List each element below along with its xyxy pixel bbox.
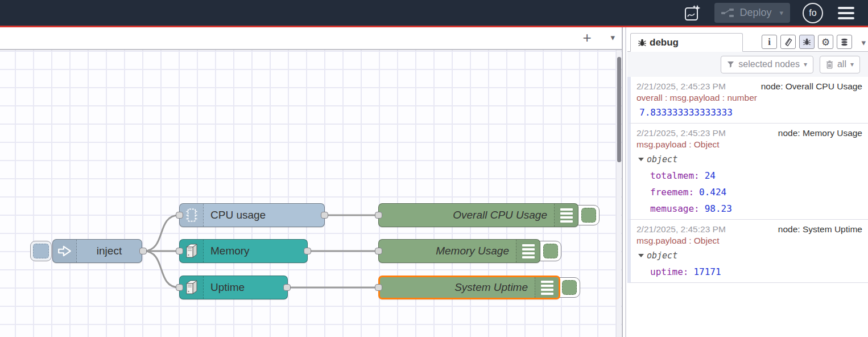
sidebar-divider[interactable]: [622, 27, 623, 337]
node-label: Uptime: [204, 281, 287, 294]
property-value: 17171: [693, 266, 721, 277]
trash-icon: [826, 60, 833, 69]
deploy-icon: [721, 9, 734, 18]
debug-message[interactable]: 2/21/2025, 2:45:23 PM node: Memory Usage…: [627, 124, 868, 220]
bug-icon: [638, 38, 647, 47]
debug-filter-label: selected nodes: [738, 59, 800, 69]
node-cpu-usage[interactable]: CPU usage: [179, 203, 325, 227]
debug-message[interactable]: 2/21/2025, 2:45:23 PM node: System Uptim…: [627, 220, 868, 283]
port-cpu-out[interactable]: [321, 212, 328, 219]
property-value: 0.424: [699, 187, 726, 198]
port-inject-out[interactable]: [139, 248, 147, 254]
port-debug-cpu-in[interactable]: [375, 212, 382, 219]
object-property: freemem:0.424: [650, 187, 862, 198]
debug-clear-button[interactable]: all ▾: [820, 56, 860, 73]
tab-info-button[interactable]: i: [762, 35, 777, 49]
tab-context-button[interactable]: [837, 35, 852, 49]
node-label: System Uptime: [380, 281, 535, 294]
message-timestamp: 2/21/2025, 2:45:23 PM: [636, 128, 726, 138]
tab-debug[interactable]: debug: [630, 33, 743, 52]
port-debug-memory-in[interactable]: [375, 248, 382, 254]
port-memory-out[interactable]: [304, 248, 311, 254]
canvas-scrollbar-track[interactable]: [616, 50, 621, 337]
clear-caret-icon: ▾: [850, 60, 854, 68]
inject-trigger-button[interactable]: [30, 241, 52, 261]
message-property-path: msg.payload : Object: [636, 235, 862, 246]
user-avatar[interactable]: fo: [803, 3, 823, 23]
object-property: uptime:17171: [650, 266, 862, 277]
debug-message-list[interactable]: 2/21/2025, 2:45:23 PM node: Overall CPU …: [627, 77, 868, 337]
node-label: Overall CPU Usage: [379, 209, 554, 221]
property-value: 24: [705, 170, 716, 181]
debug-filter-button[interactable]: selected nodes ▾: [721, 56, 813, 73]
node-memory[interactable]: Memory: [179, 239, 308, 263]
app-header: Deploy ▾ fo: [0, 0, 868, 27]
port-debug-uptime-in[interactable]: [375, 284, 382, 291]
server-tower-icon: [180, 240, 204, 262]
inject-arrow-icon: [53, 240, 77, 262]
message-property-path: msg.payload : Object: [636, 139, 862, 150]
debug-clear-label: all: [837, 59, 846, 69]
info-icon: i: [768, 36, 771, 48]
book-icon: [784, 38, 792, 46]
tab-help-button[interactable]: [780, 35, 796, 49]
deploy-button[interactable]: Deploy ▾: [714, 3, 790, 23]
wire-inject-uptime[interactable]: [143, 251, 179, 287]
message-timestamp: 2/21/2025, 2:45:23 PM: [636, 224, 726, 235]
sidebar-divider-inner: [625, 27, 626, 337]
database-icon: [840, 38, 849, 47]
bug-icon: [803, 38, 811, 46]
flow-list-caret-icon[interactable]: ▾: [610, 32, 615, 43]
wire-inject-cpu[interactable]: [143, 215, 179, 251]
workspace-tabbar: + ▾: [0, 27, 622, 50]
deploy-label: Deploy: [739, 7, 771, 19]
chip-icon: [180, 204, 204, 227]
port-uptime-in[interactable]: [176, 284, 183, 291]
object-expander[interactable]: object: [638, 250, 862, 261]
object-expander[interactable]: object: [638, 154, 862, 165]
node-label: Memory Usage: [379, 245, 516, 257]
flow-canvas[interactable]: inject CPU usage Memo: [0, 50, 622, 337]
debug-message[interactable]: 2/21/2025, 2:45:23 PM node: Overall CPU …: [627, 77, 868, 124]
node-debug-memory[interactable]: Memory Usage: [378, 239, 540, 263]
funnel-icon: [727, 61, 734, 68]
expand-caret-icon: [638, 254, 644, 257]
port-cpu-in[interactable]: [176, 212, 183, 219]
node-debug-uptime[interactable]: System Uptime: [378, 276, 560, 299]
avatar-initials: fo: [809, 8, 816, 18]
message-source-node: node: System Uptime: [778, 224, 862, 235]
object-property: memusage:98.23: [650, 203, 862, 214]
canvas-scrollbar-thumb[interactable]: [617, 57, 621, 162]
debug-sidebar-icon: [516, 240, 540, 262]
add-flow-button[interactable]: +: [578, 29, 596, 47]
debug-sidebar-icon: [554, 204, 578, 227]
object-label: object: [647, 250, 677, 261]
message-number-value: 7.833333333333333: [639, 107, 862, 118]
filter-caret-icon: ▾: [804, 60, 807, 68]
tab-debug-button[interactable]: [799, 35, 815, 49]
message-source-node: node: Overall CPU Usage: [761, 81, 862, 92]
debug-filter-toolbar: selected nodes ▾ all ▾: [627, 52, 868, 77]
expand-caret-icon: [638, 158, 644, 161]
property-value: 98.23: [705, 203, 732, 214]
flow-assistant-icon[interactable]: [683, 3, 702, 23]
sidebar-tabrow: debug i: [627, 33, 868, 52]
node-debug-overall-cpu[interactable]: Overall CPU Usage: [378, 203, 578, 227]
node-inject[interactable]: inject: [52, 239, 142, 263]
port-uptime-out[interactable]: [283, 284, 291, 291]
message-source-node: node: Memory Usage: [778, 128, 862, 138]
tab-debug-label: debug: [650, 37, 679, 48]
object-label: object: [647, 154, 677, 165]
port-memory-in[interactable]: [176, 248, 183, 254]
tab-config-button[interactable]: ⚙: [818, 35, 833, 49]
sidebar-more-caret-icon[interactable]: ▾: [861, 38, 866, 48]
deploy-caret-icon[interactable]: ▾: [779, 9, 783, 17]
property-key: totalmem:: [650, 170, 700, 181]
node-uptime[interactable]: Uptime: [179, 276, 288, 299]
message-property-path: overall : msg.payload : number: [636, 92, 862, 103]
node-label: inject: [77, 245, 142, 257]
main-menu-icon[interactable]: [836, 5, 857, 22]
node-label: CPU usage: [204, 209, 324, 221]
node-label: Memory: [204, 245, 307, 257]
property-key: memusage:: [650, 203, 700, 214]
